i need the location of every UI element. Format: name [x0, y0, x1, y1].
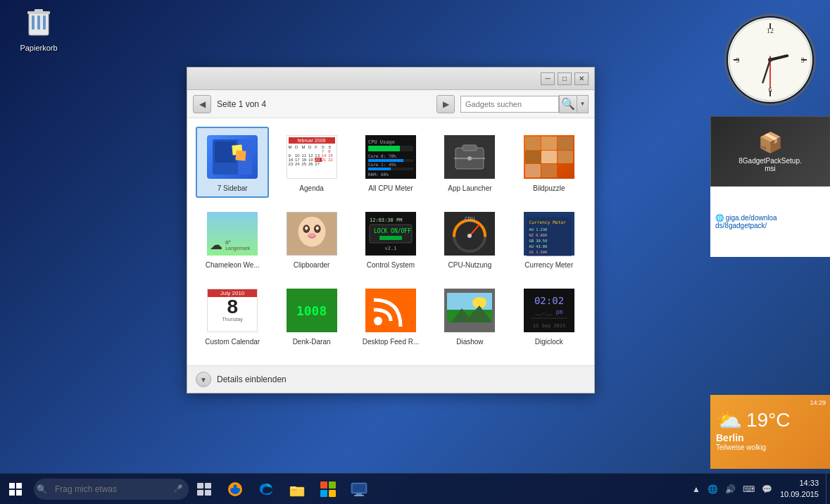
svg-rect-41: [463, 145, 477, 151]
task-view-button[interactable]: [189, 474, 220, 505]
gadget-name-currency: Currency Meter: [524, 261, 573, 269]
gadget-icon-clipboarder: [284, 209, 340, 258]
gadget-icon-allcpu: CPU Usage Core 0: 70% Core 1: 45% RAM: 6…: [363, 132, 419, 182]
prev-icon: ◀: [199, 99, 206, 109]
gadget-item-cpunutz[interactable]: CPU CPU-Nutzung: [433, 203, 506, 275]
systray-network-icon[interactable]: 🌐: [705, 484, 720, 494]
next-page-button[interactable]: ▶: [436, 95, 455, 113]
gadget-icon-chameleon: ☁ 0° Langemark: [204, 209, 260, 258]
svg-rect-55: [379, 236, 402, 240]
svg-point-48: [305, 227, 308, 230]
gadget-item-currency[interactable]: Currency Meter AU 1.230 NZ 0.800 GB 30.5…: [513, 203, 586, 275]
gadget-name-bildpuzzle: Bildpuzzle: [533, 184, 565, 192]
setup-file-icon: 📦: [758, 131, 783, 154]
systray-keyboard-icon[interactable]: ⌨: [741, 484, 757, 494]
svg-text:02:02: 02:02: [534, 295, 564, 306]
svg-point-43: [467, 156, 472, 160]
gadget-name-clipboarder: Clipboarder: [294, 261, 330, 269]
svg-rect-97: [329, 490, 336, 497]
gadget-item-clipboarder[interactable]: Clipboarder: [275, 203, 348, 275]
explorer-icon: [288, 480, 306, 498]
taskbar-gadget-button[interactable]: [344, 474, 375, 505]
gadget-name-control: Control System: [367, 261, 415, 269]
side-thumbnails-panel: 📦 8GadgetPackSetup. msi 🌐 giga.de/downlo…: [710, 116, 830, 257]
svg-rect-6: [37, 15, 40, 30]
gadget-icon-control: 12:03:30 PM LOCK ON/OFF v2.1: [363, 209, 419, 258]
svg-rect-27: [236, 150, 246, 160]
gadget-item-calendar[interactable]: July 2010 8 Thursday Custom Calendar: [196, 280, 269, 351]
gadget-item-applauncher[interactable]: App Launcher: [433, 127, 506, 198]
gadget-item-7sidebar[interactable]: 7 Sidebar: [196, 127, 269, 198]
svg-rect-31: [368, 146, 400, 151]
taskbar-systray: ▲ 🌐 🔊 ⌨ 💬: [690, 484, 780, 494]
gadget-dialog: ─ □ ✕ ◀ Seite 1 von 4 ▶ 🔍 ▼: [187, 67, 595, 393]
gadget-item-feed[interactable]: Desktop Feed R...: [354, 280, 427, 351]
cal-day-number: 8: [227, 297, 238, 317]
svg-rect-88: [197, 490, 203, 496]
svg-rect-84: [9, 490, 15, 496]
svg-text:v2.1: v2.1: [385, 246, 397, 251]
thumbnail-setup[interactable]: 📦 8GadgetPackSetup. msi: [710, 116, 830, 187]
weather-widget: 14:29 ⛅ 19°C Berlin Teilweise wolkig: [710, 395, 830, 469]
close-button[interactable]: ✕: [574, 73, 589, 85]
gadget-item-bildpuzzle[interactable]: Bildpuzzle: [513, 127, 586, 198]
gadget-name-applauncher: App Launcher: [448, 184, 491, 192]
details-toggle-button[interactable]: ▼: [196, 372, 211, 387]
gadget-item-denk[interactable]: 1008 Denk-Daran: [275, 280, 348, 351]
gadget-name-agenda: Agenda: [299, 184, 323, 192]
show-desktop-button[interactable]: [826, 474, 830, 505]
start-button[interactable]: [0, 474, 31, 505]
gadget-icon-agenda: februar 2009 MDMDFSS 78 9101112131415 16…: [284, 132, 340, 182]
gadget-item-digiclock[interactable]: 02:02 __.__ pm 12 Sep 2015 Digiclock: [513, 280, 586, 351]
task-view-icon: [195, 480, 213, 498]
svg-rect-37: [368, 168, 391, 170]
svg-text:9: 9: [736, 56, 740, 64]
svg-text:NZ 0.800: NZ 0.800: [529, 233, 547, 237]
systray-notification-icon[interactable]: 💬: [760, 484, 774, 494]
gadget-name-denk: Denk-Daran: [293, 338, 331, 346]
taskbar-firefox-button[interactable]: [220, 474, 251, 505]
gadget-icon-feed: [363, 286, 419, 335]
svg-text:Core 1: 45%: Core 1: 45%: [368, 162, 396, 167]
systray-expand-icon[interactable]: ▲: [690, 484, 703, 494]
svg-rect-95: [329, 481, 336, 489]
gadget-icon-cpunutz: CPU: [441, 209, 498, 258]
weather-temp: 19°C: [746, 409, 791, 431]
microphone-icon[interactable]: 🎤: [173, 484, 183, 493]
systray-volume-icon[interactable]: 🔊: [723, 484, 738, 494]
gadget-search-button[interactable]: 🔍: [559, 95, 577, 113]
svg-text:3: 3: [801, 56, 805, 64]
gadget-item-chameleon[interactable]: ☁ 0° Langemark Chameleon We...: [196, 203, 269, 275]
svg-point-45: [298, 217, 325, 247]
thumbnail-giga[interactable]: 🌐 giga.de/downloa ds/8gadgetpack/: [710, 187, 830, 257]
svg-rect-85: [16, 490, 22, 496]
recycle-bin-image: [22, 7, 56, 41]
display-settings-icon: [350, 480, 368, 498]
gadget-item-diashow[interactable]: Diashow: [433, 280, 506, 351]
search-icon: 🔍: [561, 97, 575, 111]
taskbar-edge-button[interactable]: [251, 474, 282, 505]
taskbar-clock[interactable]: 14:33 10.09.2015: [780, 478, 826, 500]
svg-text:Currency Meter: Currency Meter: [529, 220, 566, 225]
gadget-icon-applauncher: [441, 132, 498, 182]
search-dropdown-button[interactable]: ▼: [577, 95, 589, 113]
weather-time: 14:29: [810, 399, 826, 406]
taskbar-store-button[interactable]: [313, 474, 344, 505]
edge-icon: [257, 480, 275, 498]
chevron-down-icon: ▼: [200, 376, 207, 384]
taskbar-explorer-button[interactable]: [282, 474, 313, 505]
recycle-bin-icon[interactable]: Papierkorb: [14, 7, 63, 52]
taskbar-search-input[interactable]: [34, 479, 189, 500]
minimize-button[interactable]: ─: [541, 73, 555, 85]
gadget-name-7sidebar: 7 Sidebar: [218, 184, 248, 192]
prev-page-button[interactable]: ◀: [193, 95, 211, 113]
gadget-search-input[interactable]: [460, 96, 559, 113]
gadget-name-cpunutz: CPU-Nutzung: [448, 261, 492, 269]
gadget-item-allcpu[interactable]: CPU Usage Core 0: 70% Core 1: 45% RAM: 6…: [354, 127, 427, 198]
maximize-button[interactable]: □: [558, 73, 572, 85]
gadget-item-control[interactable]: 12:03:30 PM LOCK ON/OFF v2.1 Control Sys…: [354, 203, 427, 275]
svg-point-60: [467, 234, 472, 238]
svg-rect-7: [43, 15, 46, 30]
svg-text:__.__ pm: __.__ pm: [536, 309, 563, 315]
gadget-item-agenda[interactable]: februar 2009 MDMDFSS 78 9101112131415 16…: [275, 127, 348, 198]
